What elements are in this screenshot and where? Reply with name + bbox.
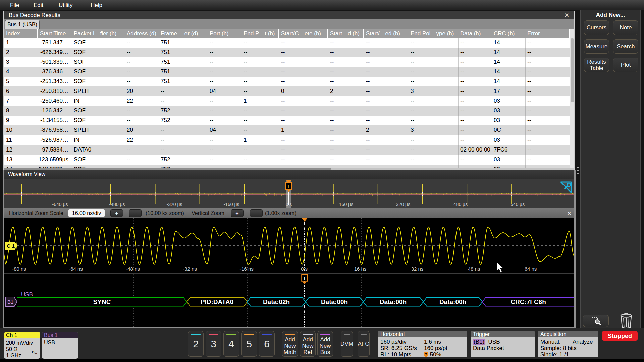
svg-text:16 ns: 16 ns xyxy=(354,266,367,272)
svg-text:32 ns: 32 ns xyxy=(411,266,424,272)
svg-text:0 s: 0 s xyxy=(286,202,292,207)
svg-text:-80 ns: -80 ns xyxy=(12,266,26,272)
svg-text:T: T xyxy=(425,353,427,356)
svg-text:Data:00h: Data:00h xyxy=(380,298,407,305)
svg-text:Data:00h: Data:00h xyxy=(321,298,348,305)
svg-text:PID:DATA0: PID:DATA0 xyxy=(201,298,234,305)
svg-text:0 s: 0 s xyxy=(301,266,308,272)
svg-text:-640 µs: -640 µs xyxy=(52,202,68,207)
svg-text:160 µs: 160 µs xyxy=(339,202,353,207)
svg-text:-480 µs: -480 µs xyxy=(109,202,125,207)
svg-text:64 ns: 64 ns xyxy=(525,266,537,272)
svg-text:Data:02h: Data:02h xyxy=(263,298,290,305)
svg-text:-16 ns: -16 ns xyxy=(239,266,254,272)
svg-text:320 µs: 320 µs xyxy=(396,202,410,207)
svg-text:SYNC: SYNC xyxy=(93,298,111,305)
svg-text:C 1: C 1 xyxy=(7,243,15,249)
svg-text:USB: USB xyxy=(21,291,33,298)
svg-text:CRC:7FC6h: CRC:7FC6h xyxy=(511,298,546,305)
svg-text:-160 µs: -160 µs xyxy=(224,202,239,207)
svg-text:-32 ns: -32 ns xyxy=(183,266,197,272)
svg-text:-64 ns: -64 ns xyxy=(69,266,83,272)
svg-text:-48 ns: -48 ns xyxy=(126,266,140,272)
svg-text:-320 µs: -320 µs xyxy=(167,202,182,207)
svg-text:Data:00h: Data:00h xyxy=(439,298,466,305)
svg-text:480 µs: 480 µs xyxy=(453,202,468,207)
svg-text:48 ns: 48 ns xyxy=(468,266,480,272)
svg-text:B1: B1 xyxy=(7,299,13,305)
svg-text:T: T xyxy=(287,183,290,189)
svg-text:640 µs: 640 µs xyxy=(511,202,525,207)
svg-text:T: T xyxy=(303,275,306,281)
